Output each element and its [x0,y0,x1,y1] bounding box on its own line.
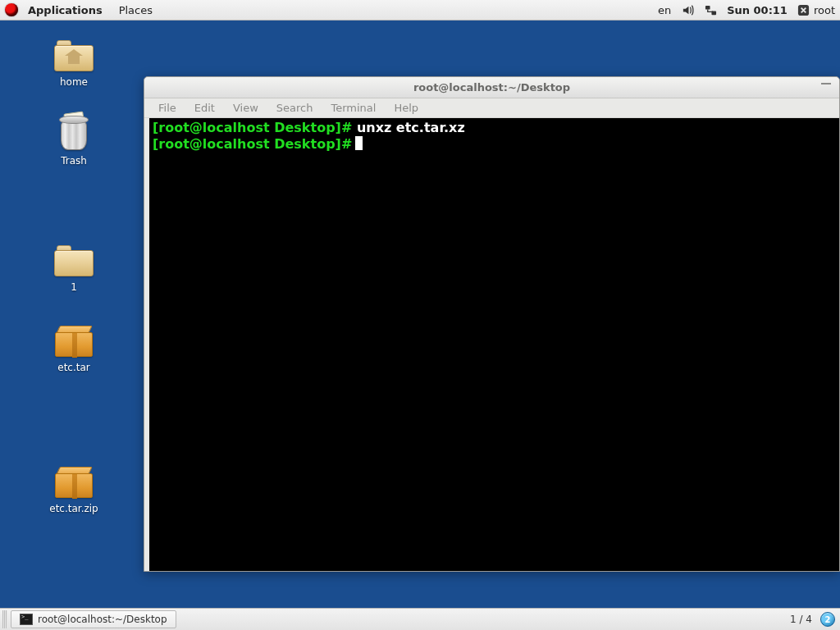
user-menu[interactable]: root [797,3,835,16]
desktop[interactable]: home Trash 1 etc.tar etc.tar.zip root@lo… [0,21,840,608]
terminal-titlebar[interactable]: root@localhost:~/Desktop [144,77,839,98]
keyboard-layout-indicator[interactable]: en [658,4,671,16]
places-menu[interactable]: Places [112,2,159,18]
terminal-window[interactable]: root@localhost:~/Desktop File Edit View … [144,76,840,572]
network-icon[interactable] [704,3,717,16]
desktop-icon-trash[interactable]: Trash [33,117,115,167]
top-panel-right: en Sun 00:11 root [658,3,835,16]
menu-view[interactable]: View [226,100,266,116]
user-error-icon [797,3,810,16]
user-label: root [814,4,835,16]
taskbar-button-terminal[interactable]: root@localhost:~/Desktop [11,610,176,628]
workspace-indicator[interactable]: 1 / 4 [790,614,812,625]
desktop-icon-folder-1[interactable]: 1 [33,244,115,293]
terminal-line: [root@localhost Desktop]# unxz etc.tar.x… [153,120,836,136]
top-panel: Applications Places en Sun 00:11 root [0,0,840,21]
applications-menu[interactable]: Applications [21,2,109,18]
menu-search[interactable]: Search [269,100,321,116]
distro-logo-icon[interactable] [5,3,18,16]
desktop-icon-etc-tar[interactable]: etc.tar [33,324,115,373]
top-panel-left: Applications Places [5,2,159,18]
clock[interactable]: Sun 00:11 [727,4,788,16]
shell-command: unxz etc.tar.xz [352,120,464,135]
panel-handle-icon[interactable] [2,610,7,628]
terminal-icon [20,614,33,625]
archive-icon [53,324,94,358]
terminal-body[interactable]: [root@localhost Desktop]# unxz etc.tar.x… [149,118,839,571]
taskbar-button-label: root@localhost:~/Desktop [38,614,167,625]
desktop-icon-etc-tar-zip[interactable]: etc.tar.zip [33,465,115,514]
desktop-icon-label: Trash [33,155,115,167]
desktop-icon-home[interactable]: home [33,39,115,88]
menu-edit[interactable]: Edit [187,100,222,116]
window-title: root@localhost:~/Desktop [413,81,570,94]
desktop-icon-label: etc.tar.zip [33,503,115,514]
desktop-icon-label: etc.tar [33,362,115,373]
shell-prompt: [root@localhost Desktop]# [153,136,352,152]
cursor-icon [355,136,363,150]
home-folder-icon [53,39,94,73]
terminal-menubar: File Edit View Search Terminal Help [144,98,839,118]
shell-prompt: [root@localhost Desktop]# [153,120,352,135]
bottom-panel: root@localhost:~/Desktop 1 / 4 2 [0,608,840,630]
menu-file[interactable]: File [151,100,184,116]
menu-terminal[interactable]: Terminal [323,100,383,116]
trash-icon [53,117,94,152]
menu-help[interactable]: Help [386,100,426,116]
volume-icon[interactable] [681,3,694,16]
desktop-icon-label: 1 [33,281,115,293]
folder-icon [53,244,94,278]
archive-icon [53,465,94,500]
minimize-icon[interactable] [821,83,831,84]
bottom-panel-right: 1 / 4 2 [790,612,840,627]
svg-rect-0 [705,5,710,9]
desktop-icon-label: home [33,76,115,88]
workspace-switcher-icon[interactable]: 2 [820,612,835,627]
terminal-line: [root@localhost Desktop]# [153,136,836,153]
